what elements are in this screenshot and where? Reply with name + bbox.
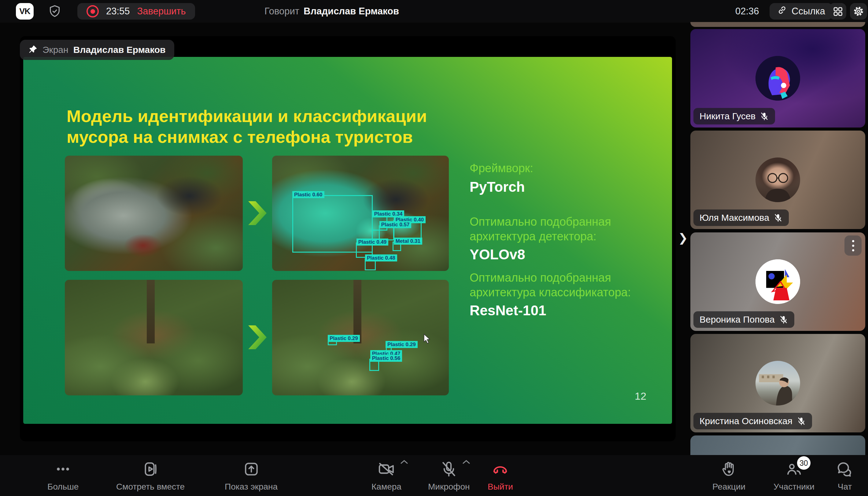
detection-label: Plastic 0.57 xyxy=(379,221,412,228)
avatar xyxy=(756,259,800,304)
camera-options-caret[interactable] xyxy=(399,459,409,466)
mic-muted-icon xyxy=(779,315,788,324)
screen-share-stage[interactable]: Экран Владислав Ермаков Модель идентифик… xyxy=(20,36,676,441)
hand-reaction-icon xyxy=(721,459,737,479)
participant-tile[interactable]: Никита Гусев xyxy=(690,29,865,127)
detection-label: Plastic 0.56 xyxy=(370,355,403,362)
framework-label: Фреймворк: xyxy=(470,161,665,175)
participants-button[interactable]: 30 Участники xyxy=(774,459,815,492)
classifier-label: Оптимально подобранная архитектура класс… xyxy=(470,270,665,300)
arrow-right-icon xyxy=(248,200,267,226)
mic-muted-icon xyxy=(797,417,806,426)
recording-pill: 23:55 Завершить xyxy=(77,3,195,19)
avatar xyxy=(756,361,800,405)
pin-speaker-name: Владислав Ермаков xyxy=(73,45,166,55)
participant-tile[interactable]: Кристина Осиновская xyxy=(690,334,865,432)
settings-gear-button[interactable] xyxy=(850,3,867,19)
camera-off-icon xyxy=(378,459,395,479)
participant-tile-partial[interactable] xyxy=(690,435,865,456)
chat-button[interactable]: Чат xyxy=(836,459,853,492)
mic-off-icon xyxy=(440,459,457,479)
call-duration: 02:36 xyxy=(735,0,759,22)
participants-icon: 30 xyxy=(786,459,803,479)
detection-label: Plastic 0.29 xyxy=(385,341,417,348)
framework-value: PyTorch xyxy=(470,179,665,195)
photo-forest-original xyxy=(65,280,243,396)
detection-label: Metal 0.31 xyxy=(394,237,422,245)
speaker-name: Владислав Ермаков xyxy=(304,6,399,17)
collapse-sidebar-chevron[interactable]: ❯ xyxy=(678,231,688,245)
slide-page-number: 12 xyxy=(635,390,646,402)
mouse-cursor xyxy=(423,334,431,344)
photo-trash-original xyxy=(65,156,243,271)
share-screen-icon xyxy=(243,459,260,479)
detection-label: Plastic 0.29 xyxy=(328,335,360,342)
participant-name-pill: Вероника Попова xyxy=(693,311,794,328)
leave-call-button[interactable]: Выйти xyxy=(488,459,513,492)
watch-together-button[interactable]: Смотреть вместе xyxy=(116,459,185,492)
pinned-screen-pill[interactable]: Экран Владислав Ермаков xyxy=(20,40,174,60)
microphone-button[interactable]: Микрофон xyxy=(428,459,470,492)
phone-hangup-icon xyxy=(491,459,509,479)
watch-together-icon xyxy=(142,459,159,479)
arrow-right-icon xyxy=(248,324,267,351)
participants-count-badge: 30 xyxy=(797,456,810,470)
detection-label: Plastic 0.49 xyxy=(357,238,389,246)
avatar xyxy=(756,56,800,100)
avatar xyxy=(756,157,800,202)
share-screen-button[interactable]: Показ экрана xyxy=(225,459,278,492)
stop-recording-button[interactable]: Завершить xyxy=(137,6,186,17)
layout-grid-button[interactable] xyxy=(829,3,846,19)
record-icon xyxy=(86,5,99,17)
participant-tile[interactable]: Вероника Попова xyxy=(690,232,865,331)
link-button-label: Ссылка xyxy=(792,6,825,17)
bottom-toolbar: Больше Смотреть вместе Показ экрана xyxy=(0,455,868,496)
now-speaking: Говорит Владислав Ермаков xyxy=(265,0,399,22)
more-button[interactable]: Больше xyxy=(47,459,79,492)
mic-options-caret[interactable] xyxy=(462,459,471,466)
shield-protection-icon[interactable] xyxy=(48,4,62,19)
vk-logo: VK xyxy=(16,3,34,19)
vk-call-window: VK 23:55 Завершить Говорит Владислав Ерм… xyxy=(0,0,868,496)
participant-name-pill: Никита Гусев xyxy=(693,108,775,124)
tile-more-menu-button[interactable] xyxy=(845,235,862,255)
chat-icon xyxy=(836,459,853,479)
copy-link-button[interactable]: Ссылка xyxy=(770,3,833,19)
participant-tile-partial[interactable] xyxy=(690,22,865,27)
pin-icon xyxy=(29,45,37,55)
presentation-slide: Модель идентификации и классификации мус… xyxy=(23,57,672,424)
participant-name-pill: Юля Максимова xyxy=(693,210,789,226)
pin-prefix-label: Экран xyxy=(43,45,68,55)
detector-label: Оптимально подобранная архитектура детек… xyxy=(470,214,665,244)
detector-value: YOLOv8 xyxy=(470,246,665,263)
reactions-button[interactable]: Реакции xyxy=(712,459,745,492)
slide-title: Модель идентификации и классификации мус… xyxy=(67,106,427,148)
photo-trash-detected: Plastic 0.60Plastic 0.34Plastic 0.40Plas… xyxy=(272,156,449,271)
detection-label: Plastic 0.60 xyxy=(292,191,325,198)
mic-muted-icon xyxy=(760,112,769,121)
participant-name-pill: Кристина Осиновская xyxy=(693,413,812,429)
participant-tile[interactable]: Юля Максимова xyxy=(690,130,865,229)
speaking-prefix: Говорит xyxy=(265,6,299,17)
photo-forest-detected: Plastic 0.29Plastic 0.29Plastic 0.47Plas… xyxy=(272,280,449,396)
link-icon xyxy=(777,5,787,18)
recording-timer: 23:55 xyxy=(106,6,130,17)
mic-muted-icon xyxy=(774,213,783,222)
detection-label: Plastic 0.48 xyxy=(365,254,397,261)
camera-button[interactable]: Камера xyxy=(372,459,401,492)
more-dots-icon xyxy=(55,459,71,479)
top-bar: VK 23:55 Завершить Говорит Владислав Ерм… xyxy=(0,0,868,22)
classifier-value: ResNet-101 xyxy=(470,302,665,319)
